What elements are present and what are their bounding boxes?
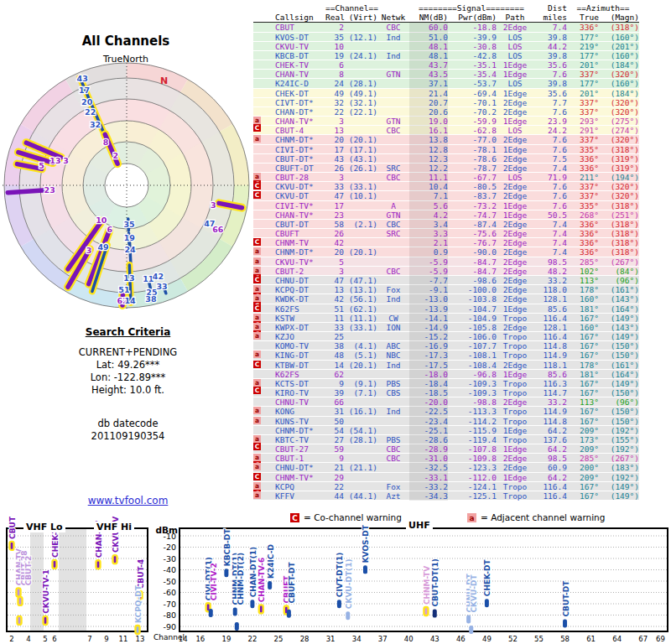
cell-path: Tropo: [497, 482, 533, 491]
tvfool-link[interactable]: www.tvfool.com: [13, 495, 243, 506]
cell-pwr: -98.8: [448, 397, 497, 407]
cell-az-true: 209°: [567, 426, 599, 435]
cell-miles: 39.8: [533, 33, 567, 42]
adjacent-warning-icon: a: [253, 332, 261, 340]
cell-path: 2Edge: [497, 294, 533, 304]
channel-tick: 31: [326, 635, 336, 643]
cochannel-warning-icon: C: [253, 304, 261, 312]
cell-az-magn: (155°): [599, 435, 639, 444]
cell-netwk: [377, 276, 409, 285]
cell-az-magn: (319°): [599, 164, 639, 173]
cell-nm: -17.5: [409, 361, 448, 370]
cell-nm: -16.9: [409, 341, 448, 351]
signal-bar: [466, 615, 471, 623]
cell-real: 48: [325, 351, 344, 360]
cell-miles: 114.8: [533, 341, 567, 351]
cell-az-magn: (194°): [599, 173, 639, 182]
header-true: True: [567, 13, 599, 22]
cell-miles: 7.6: [533, 70, 567, 79]
cell-az-magn: (319°): [599, 154, 639, 164]
cell-virt: (11.1): [344, 314, 377, 323]
signal-bar: [346, 611, 350, 620]
cell-az-true: 211°: [567, 173, 599, 182]
cell-callsign: KCPQ: [275, 482, 325, 491]
cell-virt: [344, 397, 377, 407]
cell-virt: [344, 454, 377, 463]
warning-flags: [253, 154, 275, 164]
adjacent-warning-icon: a: [253, 323, 261, 330]
cell-netwk: CBC: [377, 23, 409, 32]
cell-az-magn: (192°): [599, 426, 639, 435]
table-row: aCCBUT-23CBC-5.9-84.72Edge48.2102°(84°): [253, 267, 639, 276]
channel-tick: 7: [87, 635, 91, 643]
cell-az-true: 336°: [567, 229, 599, 238]
warning-flags: [253, 164, 275, 173]
cell-path: 1Edge: [497, 201, 533, 210]
warning-flags: aC: [253, 267, 275, 276]
table-row: CKTBW-DT14(20.1)Ind-17.5-108.42Edge118.1…: [253, 361, 639, 370]
cell-callsign: CHNM-TV*: [275, 473, 325, 482]
cell-az-magn: (150°): [599, 341, 639, 351]
warning-flags: C: [253, 276, 275, 285]
table-row: CCHNU-DT47(47.1)-7.7-98.62Edge33.2113°(9…: [253, 276, 639, 285]
cell-real: 47: [325, 276, 344, 285]
signal-bar: [250, 600, 254, 608]
cell-callsign: CHNM-DT*: [275, 426, 325, 435]
cell-miles: 44.2: [533, 42, 567, 51]
cell-callsign: KSTW: [275, 314, 325, 323]
signal-bar: [224, 569, 228, 577]
cell-netwk: CBC: [377, 220, 409, 229]
signal-bar: [268, 581, 272, 589]
cell-virt: (56.1): [344, 294, 377, 304]
cell-netwk: [377, 89, 409, 98]
cell-real: 33: [325, 182, 344, 191]
cell-path: 2Edge: [497, 107, 533, 117]
cell-real: 6: [325, 60, 344, 70]
cell-virt: (20.1): [344, 247, 377, 257]
search-height: Height: 10.0 ft.: [13, 384, 243, 396]
cell-pwr: -112.0: [448, 473, 497, 482]
cell-pwr: -115.9: [448, 426, 497, 435]
cell-miles: 85.6: [533, 370, 567, 379]
cell-nm: -28.6: [409, 435, 448, 444]
cell-az-magn: (320°): [599, 191, 639, 200]
cell-az-magn: (192°): [599, 444, 639, 454]
header-miles: miles: [533, 13, 567, 22]
warning-flags: a: [253, 417, 275, 426]
search-title: Search Criteria: [13, 326, 243, 338]
table-row: aCHNM-DT*20(20.1)0.9-90.02Edge7.4336°(31…: [253, 247, 639, 257]
station-label: KVOS-DT: [362, 524, 370, 563]
cell-nm: 51.0: [409, 33, 448, 42]
cell-path: 2Edge: [497, 267, 533, 276]
cell-path: 1Edge: [497, 473, 533, 482]
adjacent-warning-icon: a: [253, 379, 261, 387]
adjacent-warning-icon: a: [253, 351, 261, 358]
cell-path: LOS: [497, 51, 533, 60]
station-label: CBUT-4: [137, 559, 145, 589]
cell-callsign: CBUFT: [275, 229, 325, 238]
cell-virt: (28.1): [344, 79, 377, 88]
legend-adjacent: a = Adjacent channel warning: [467, 512, 605, 522]
cell-pwr: -125.1: [448, 491, 497, 501]
cell-real: 13: [325, 126, 344, 135]
cell-netwk: [377, 463, 409, 472]
cell-miles: 118.1: [533, 361, 567, 370]
radar-channel-label: 20: [81, 97, 93, 106]
cell-virt: [344, 229, 377, 238]
cell-az-true: 167°: [567, 491, 599, 501]
cell-az-magn: (149°): [599, 482, 639, 491]
table-row: aKING-DT48(5.1)NBC-17.3-108.1Tropo114.91…: [253, 351, 639, 360]
cell-pwr: -35.1: [448, 60, 497, 70]
cell-real: 44: [325, 491, 344, 501]
table-header-columns: CallsignReal(Virt)NetwkNM(dB)Pwr(dBm)Pat…: [253, 13, 639, 23]
cell-miles: 114.9: [533, 407, 567, 416]
cell-az-true: 177°: [567, 51, 599, 60]
radar-channel-label: 49: [97, 242, 108, 252]
cell-pwr: -78.6: [448, 154, 497, 164]
warning-flags: aC: [253, 285, 275, 294]
channel-tick: 61: [586, 635, 596, 643]
adjacent-warning-icon: a: [253, 314, 261, 321]
table-row: aCKSTW11(11.1)CW-14.1-104.9Tropo116.4167…: [253, 314, 639, 323]
cell-virt: [344, 126, 377, 135]
cell-az-true: 113°: [567, 276, 599, 285]
